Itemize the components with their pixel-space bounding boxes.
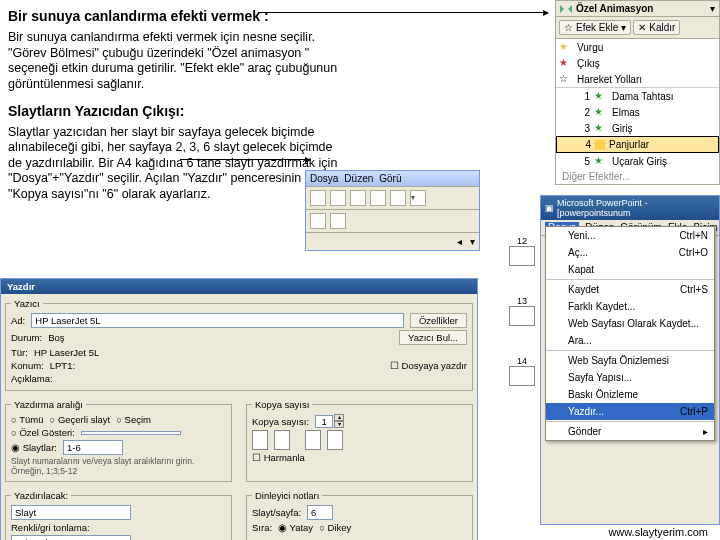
mi-web-preview[interactable]: Web Sayfa Önizlemesi (546, 352, 714, 369)
remove-effect-button[interactable]: ✕ Kaldır (633, 20, 680, 35)
range-custom[interactable]: Özel Gösteri: (11, 427, 75, 438)
slide-thumb[interactable] (509, 306, 535, 326)
powerpoint-window: 12 13 14 ▣Microsoft PowerPoint - [powerp… (540, 195, 720, 525)
footer-url: www.slaytyerim.com (608, 526, 708, 538)
group-printwhat: Yazdırılacak: Slayt Renkli/gri tonlama: … (5, 490, 232, 540)
range-all[interactable]: Tümü (11, 414, 44, 425)
slide-icon[interactable] (330, 213, 346, 229)
group-handout: Dinleyici notları Slayt/sayfa: 6 Sıra: Y… (246, 490, 473, 540)
slides-per-page-select[interactable]: 6 (307, 505, 333, 520)
dialog-title: Yazdır (1, 279, 477, 294)
outline-icon[interactable] (310, 213, 326, 229)
pane-fwd-icon[interactable] (568, 5, 572, 13)
properties-button[interactable]: Özellikler (410, 313, 467, 328)
find-printer-button[interactable]: Yazıcı Bul... (399, 330, 467, 345)
slide-thumb[interactable] (509, 366, 535, 386)
print-dialog: Yazdır Yazıcı Ad: HP LaserJet 5L Özellik… (0, 278, 478, 540)
mi-print-preview[interactable]: Baskı Önizleme (546, 386, 714, 403)
mi-search[interactable]: Ara... (546, 332, 714, 349)
printer-name-select[interactable]: HP LaserJet 5L (31, 313, 404, 328)
order-vertical[interactable]: Dikey (319, 522, 351, 533)
effect-cat-exit[interactable]: ★Çıkış (556, 55, 719, 71)
mi-print[interactable]: Yazdır...Ctrl+P (546, 403, 714, 420)
slides-input[interactable]: 1-6 (63, 440, 123, 455)
effect-item-selected[interactable]: 4Panjurlar (556, 136, 719, 153)
undo-icon[interactable] (410, 190, 426, 206)
mi-save[interactable]: KaydetCtrl+S (546, 281, 714, 298)
slide-thumbnails: 12 13 14 (509, 236, 535, 386)
print-what-select[interactable]: Slayt (11, 505, 131, 520)
mi-send[interactable]: Gönder▸ (546, 423, 714, 440)
range-selection[interactable]: Seçim (116, 414, 151, 425)
save-icon[interactable] (350, 190, 366, 206)
custom-animation-pane: Özel Animasyon ▾ ☆ Efek Ekle ▾ ✕ Kaldır … (555, 0, 720, 185)
collate-preview (252, 429, 467, 451)
menu-file[interactable]: Dosya (310, 173, 338, 184)
group-range: Yazdırma aralığı Tümü Geçerli slayt Seçi… (5, 399, 232, 482)
effect-item[interactable]: 1★Dama Tahtası (556, 88, 719, 104)
slide-thumb[interactable] (509, 246, 535, 266)
group-copies: Kopya sayısı Kopya sayısı: 1▴▾ Harmanla (246, 399, 473, 482)
arrow-to-anim-pane (258, 12, 548, 13)
color-mode-select[interactable]: Gri Tonlama (11, 535, 131, 540)
mi-saveas[interactable]: Farklı Kaydet... (546, 298, 714, 315)
mi-close[interactable]: Kapat (546, 261, 714, 278)
arrow-to-toolbar (180, 159, 310, 160)
pane-title: Özel Animasyon (576, 3, 653, 14)
chevron-left-icon[interactable]: ◂ (457, 236, 462, 247)
effect-item[interactable]: 3★Giriş (556, 120, 719, 136)
open-icon[interactable] (330, 190, 346, 206)
paragraph-print: Slaytlar yazıcıdan her slayt bir sayfaya… (8, 125, 338, 203)
mi-open[interactable]: Aç...Ctrl+O (546, 244, 714, 261)
range-current[interactable]: Geçerli slayt (50, 414, 111, 425)
copies-spinner[interactable]: 1▴▾ (315, 414, 344, 428)
mail-icon[interactable] (370, 190, 386, 206)
collate-check[interactable]: Harmanla (252, 452, 305, 463)
print-icon[interactable] (390, 190, 406, 206)
pane-back-icon[interactable] (560, 5, 564, 13)
mi-page-setup[interactable]: Sayfa Yapısı... (546, 369, 714, 386)
pp-titlebar: ▣Microsoft PowerPoint - [powerpointsunum (541, 196, 719, 220)
chevron-down-icon[interactable]: ▾ (470, 236, 475, 247)
effect-cat-emphasis[interactable]: ★Vurgu (556, 39, 719, 55)
effect-item[interactable]: 2★Elmas (556, 104, 719, 120)
order-horizontal[interactable]: Yatay (278, 522, 313, 533)
mini-toolbar: Dosya Düzen Görü ◂ ▾ (305, 170, 480, 251)
effect-cat-motion[interactable]: ☆Hareket Yolları (556, 71, 719, 87)
mi-save-web[interactable]: Web Sayfası Olarak Kaydet... (546, 315, 714, 332)
print-to-file-check[interactable]: Dosyaya yazdır (390, 360, 467, 371)
group-printer: Yazıcı Ad: HP LaserJet 5L Özellikler Dur… (5, 298, 473, 391)
powerpoint-icon: ▣ (545, 203, 554, 213)
range-slides[interactable]: Slaytlar: (11, 442, 57, 453)
mi-new[interactable]: Yeni...Ctrl+N (546, 227, 714, 244)
range-hint: Slayt numaralarını ve/veya slayt aralıkl… (11, 456, 226, 476)
paragraph-animation: Bir sunuya canlandırma efekti vermek içi… (8, 30, 338, 93)
menu-edit[interactable]: Düzen (344, 173, 373, 184)
more-effects[interactable]: Diğer Efektler... (556, 169, 719, 184)
menu-view[interactable]: Görü (379, 173, 401, 184)
add-effect-button[interactable]: ☆ Efek Ekle ▾ (559, 20, 631, 35)
file-menu: Yeni...Ctrl+N Aç...Ctrl+O Kapat KaydetCt… (545, 226, 715, 441)
new-icon[interactable] (310, 190, 326, 206)
effect-item[interactable]: 5★Uçarak Giriş (556, 153, 719, 169)
